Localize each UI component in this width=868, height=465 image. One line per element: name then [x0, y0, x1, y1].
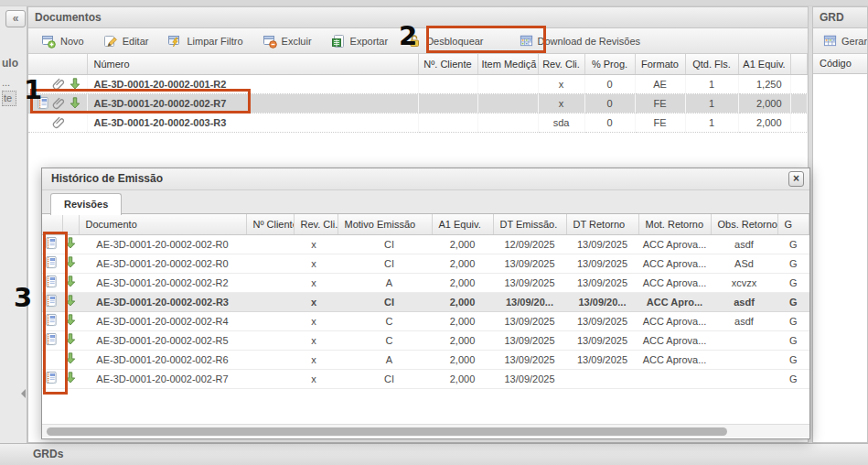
annotation-box-2	[426, 26, 546, 53]
column-header-n-cliente[interactable]: Nº. Cliente	[418, 54, 477, 74]
paperclip-icon	[51, 115, 68, 130]
documentos-grid-header-row: Número Nº. Cliente Item Mediçã Rev. Cli.…	[28, 54, 808, 74]
annotation-number-3: 3	[14, 285, 32, 311]
sidebar: « ulo ... te	[0, 6, 27, 443]
edit-pencil-icon	[103, 34, 118, 49]
revision-row[interactable]: AE-3D-0001-20-0002-002-R6 x A 2,000 13/0…	[42, 350, 809, 369]
historico-emissao-dialog: Histórico de Emissão × Revisões Document…	[41, 168, 810, 439]
column-header-a1-equiv[interactable]: A1 Equiv.	[738, 54, 790, 74]
sidebar-collapse-button[interactable]: «	[5, 10, 26, 27]
revision-row[interactable]: AE-3D-0001-20-0002-002-R2 x A 2,000 13/0…	[42, 273, 809, 292]
gerar-grd-button[interactable]: Gerar G	[818, 31, 867, 50]
column-header-documento[interactable]: Documento	[79, 214, 246, 234]
revision-row[interactable]: AE-3D-0001-20-0002-002-R5 x C 2,000 13/0…	[42, 330, 809, 350]
column-header-numero[interactable]: Número	[87, 54, 418, 74]
annotation-box-1	[30, 89, 251, 114]
horizontal-scrollbar[interactable]	[42, 424, 809, 438]
column-header-filler	[790, 54, 808, 74]
sidebar-item-fragment[interactable]: ...	[2, 77, 10, 88]
grds-panel-header[interactable]: GRDs	[0, 443, 868, 465]
column-header-obs-retorno[interactable]: Obs. Retorno	[711, 214, 777, 234]
splitter-collapse-arrow-icon[interactable]	[21, 389, 26, 398]
column-header-grd[interactable]: G	[777, 214, 809, 234]
documentos-panel-title: Documentos	[28, 7, 808, 28]
dialog-tabstrip: Revisões	[42, 190, 809, 214]
column-header-qtd-fls[interactable]: Qtd. Fls.	[685, 54, 738, 74]
clear-filter-icon	[167, 34, 182, 49]
new-window-icon	[41, 34, 56, 49]
revisoes-grid: Documento Nº Cliente Rev. Cli. Motivo Em…	[42, 214, 809, 389]
annotation-number-1: 1	[24, 77, 42, 103]
document-row[interactable]: AE-3D-0001-20-0002-003-R3 sda 0 FE 1 2,0…	[28, 113, 808, 132]
revision-row[interactable]: AE-3D-0001-20-0002-002-R3 x CI 2,000 13/…	[42, 292, 809, 311]
revision-row[interactable]: AE-3D-0001-20-0002-002-R4 x C 2,000 13/0…	[42, 311, 809, 330]
excluir-button[interactable]: Excluir	[257, 31, 317, 51]
column-header-formato[interactable]: Formato	[635, 54, 685, 74]
limpar-filtro-button[interactable]: Limpar Filtro	[162, 31, 248, 51]
revision-row[interactable]: AE-3D-0001-20-0002-002-R0 x CI 2,000 13/…	[42, 254, 809, 273]
delete-window-icon	[263, 34, 277, 49]
column-header-a1-equiv[interactable]: A1 Equiv.	[432, 214, 493, 234]
exportar-button[interactable]: Exportar	[326, 31, 394, 51]
column-header-icons[interactable]	[28, 54, 87, 74]
chevron-left-icon: «	[13, 12, 19, 25]
grid-empty-space	[42, 389, 809, 424]
column-header-rev-cli[interactable]: Rev. Cli.	[538, 54, 584, 74]
revision-row[interactable]: AE-3D-0001-20-0002-002-R7 x CI 2,000 13/…	[42, 369, 809, 388]
grd-panel: GRD Gerar G Código	[812, 6, 868, 443]
annotation-box-3	[43, 232, 68, 395]
sidebar-header-fragment: ulo	[2, 57, 18, 70]
exportar-button-label: Exportar	[350, 36, 389, 47]
column-header-dt-retorno[interactable]: DT Retorno	[566, 214, 638, 234]
column-header-dt-emissao[interactable]: DT Emissão.	[493, 214, 566, 234]
documentos-toolbar: Novo Editar Limpar Filtro Excluir Export…	[28, 28, 808, 54]
dialog-titlebar[interactable]: Histórico de Emissão ×	[42, 168, 809, 190]
tab-revisoes[interactable]: Revisões	[50, 193, 122, 215]
column-header-item-medicao[interactable]: Item Mediçã	[477, 54, 538, 74]
dialog-title: Histórico de Emissão	[51, 172, 163, 185]
grd-toolbar: Gerar G	[813, 28, 867, 54]
scrollbar-thumb[interactable]	[47, 427, 727, 436]
sidebar-selected-item-fragment[interactable]: te	[2, 91, 16, 106]
novo-button-label: Novo	[60, 36, 84, 47]
column-header-rev-cli[interactable]: Rev. Cli.	[294, 214, 338, 234]
column-header-mot-retorno[interactable]: Mot. Retorno	[638, 214, 711, 234]
column-header-codigo[interactable]: Código	[813, 54, 867, 74]
annotation-number-2: 2	[399, 23, 417, 49]
revision-row[interactable]: AE-3D-0001-20-0002-002-R0 x CI 2,000 12/…	[42, 234, 809, 254]
excel-export-icon	[331, 34, 346, 49]
column-header-n-cliente[interactable]: Nº Cliente	[246, 214, 294, 234]
revisoes-grid-header-row: Documento Nº Cliente Rev. Cli. Motivo Em…	[42, 214, 809, 234]
excluir-button-label: Excluir	[282, 36, 312, 47]
column-header-prog[interactable]: % Prog.	[584, 54, 635, 74]
editar-button[interactable]: Editar	[98, 31, 155, 51]
grd-panel-title: GRD	[813, 7, 867, 28]
gerar-grd-button-label: Gerar G	[841, 36, 867, 47]
editar-button-label: Editar	[123, 36, 149, 47]
top-strip	[0, 0, 868, 6]
dialog-close-button[interactable]: ×	[788, 171, 804, 187]
novo-button[interactable]: Novo	[36, 31, 90, 51]
close-icon: ×	[793, 172, 799, 185]
limpar-filtro-button-label: Limpar Filtro	[187, 36, 242, 47]
table-grid-icon	[823, 34, 837, 48]
download-revisoes-button-label: Download de Revisões	[538, 36, 641, 47]
column-header-motivo-emissao[interactable]: Motivo Emissão	[338, 214, 432, 234]
